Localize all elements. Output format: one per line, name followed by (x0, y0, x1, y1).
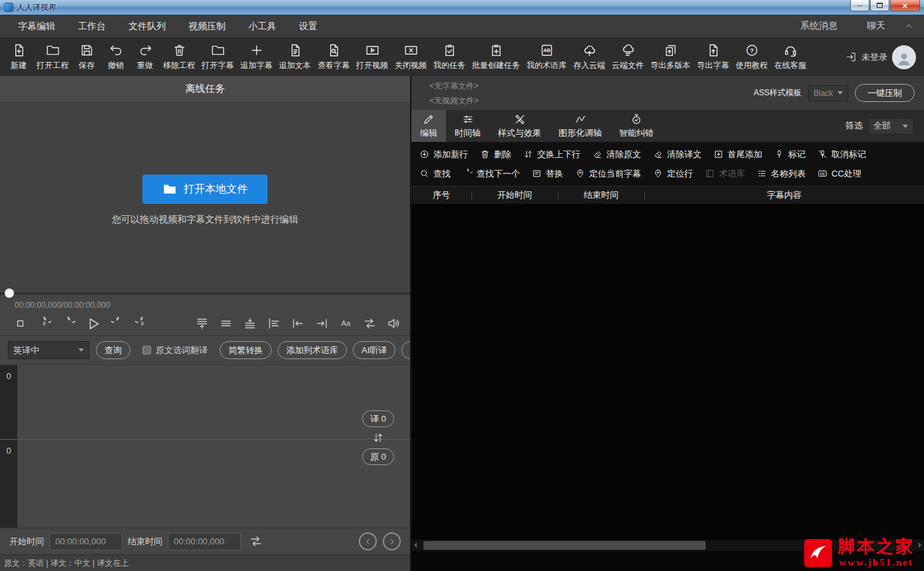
menu-item-subtitle-edit[interactable]: 字幕编辑 (7, 15, 67, 37)
toolbar-cloud-files-button[interactable]: 云端文件 (608, 39, 647, 76)
menu-item-workbench[interactable]: 工作台 (67, 15, 117, 37)
tab-style-effects[interactable]: 样式与效果 (489, 110, 550, 142)
clear-target-button[interactable]: 清除译文 (653, 149, 702, 161)
toolbar-open-video-button[interactable]: 打开视频 (353, 39, 391, 76)
tab-smart-correct[interactable]: 智能纠错 (610, 110, 662, 142)
scrollbar-thumb[interactable] (423, 541, 706, 550)
source-text-area[interactable] (17, 440, 410, 528)
locate-row-button[interactable]: 定位行 (653, 168, 693, 180)
menu-item-video-encode[interactable]: 视频压制 (177, 15, 237, 37)
toolbar-export-subtitle-button[interactable]: 导出字幕 (694, 39, 732, 76)
minimize-button[interactable]: ─ (850, 0, 869, 11)
stop-button[interactable] (13, 316, 27, 330)
termbase-button[interactable]: 术语库 (705, 168, 745, 180)
play-button[interactable] (85, 316, 101, 332)
menu-item-tools[interactable]: 小工具 (237, 15, 288, 37)
toolbar-undo-button[interactable]: 撤销 (101, 39, 130, 76)
filter-select[interactable]: 全部 (868, 118, 913, 135)
rewind-3s-button[interactable] (37, 316, 51, 330)
replay-button[interactable] (61, 316, 75, 330)
find-next-button[interactable]: 查找下一个 (463, 168, 520, 180)
subtitle-align-top-button[interactable] (195, 316, 209, 330)
menu-item-settings[interactable]: 设置 (288, 15, 329, 37)
column-header-content[interactable]: 字幕内容 (644, 187, 924, 204)
toolbar-new-button[interactable]: 新建 (4, 39, 33, 76)
volume-button[interactable] (387, 316, 401, 330)
clear-source-button[interactable]: 清除原文 (592, 149, 641, 161)
ai-transcribe-button[interactable]: AI听译 (353, 341, 395, 359)
collapse-toolbar-button[interactable] (900, 21, 917, 31)
end-time-input[interactable] (168, 533, 241, 550)
file-drop-area[interactable]: 打开本地文件 您可以拖动视频和字幕文件到软件中进行编辑 (0, 103, 410, 288)
align-left-button[interactable] (267, 316, 281, 330)
tab-graph-adjust[interactable]: 图形化调轴 (550, 110, 610, 142)
tab-timeline[interactable]: 时间轴 (446, 110, 489, 142)
subtitle-table-body[interactable] (411, 205, 924, 540)
mark-button[interactable]: 标记 (774, 149, 806, 161)
slider-handle[interactable] (5, 288, 14, 298)
toolbar-my-termbase-button[interactable]: 我的术语库 (523, 39, 570, 76)
login-area[interactable]: 未登录 (836, 45, 920, 69)
toolbar-view-subtitle-button[interactable]: 查看字幕 (314, 39, 353, 76)
translation-count-button[interactable]: 译 0 (362, 410, 394, 427)
simplified-traditional-button[interactable]: 简繁转换 (220, 341, 272, 359)
swap-layout-button[interactable] (363, 316, 377, 330)
slider-track[interactable] (0, 292, 410, 294)
add-to-termbase-button[interactable]: 添加到术语库 (278, 341, 347, 359)
query-button[interactable]: 查询 (96, 341, 130, 359)
toolbar-append-text-button[interactable]: 追加文本 (276, 39, 314, 76)
toolbar-open-subtitle-button[interactable]: 打开字幕 (198, 39, 237, 76)
close-button[interactable]: × (890, 0, 920, 11)
toolbar-online-support-button[interactable]: 在线客服 (771, 39, 809, 76)
titlebar[interactable]: 人人译视界 ─ × (0, 0, 924, 15)
language-pair-select[interactable]: 英译中 (8, 341, 89, 359)
column-header-start-time[interactable]: 开始时间 (471, 187, 558, 204)
swap-times-icon[interactable] (249, 534, 263, 548)
name-list-button[interactable]: 名称列表 (757, 168, 806, 180)
timeline-slider[interactable] (0, 288, 410, 298)
start-time-input[interactable] (49, 533, 122, 550)
add-head-tail-button[interactable]: 首尾添加 (714, 149, 762, 161)
toolbar-save-to-cloud-button[interactable]: 存入云端 (570, 39, 608, 76)
open-local-file-button[interactable]: 打开本地文件 (142, 175, 268, 204)
source-count-button[interactable]: 原 0 (362, 448, 394, 465)
toolbar-close-video-button[interactable]: 关闭视频 (391, 39, 430, 76)
forward-3s-button[interactable] (135, 316, 149, 330)
find-button[interactable]: 查找 (419, 168, 451, 180)
translation-text-area[interactable] (17, 365, 410, 439)
previous-subtitle-button[interactable] (359, 532, 377, 550)
chat-link[interactable]: 聊天 (852, 20, 900, 32)
font-size-button[interactable] (339, 316, 353, 330)
toolbar-export-versions-button[interactable]: 导出多版本 (647, 39, 694, 76)
tab-edit[interactable]: 编辑 (411, 110, 446, 142)
scroll-right-arrow[interactable] (919, 542, 921, 548)
toolbar-remove-project-button[interactable]: 移除工程 (160, 39, 198, 76)
scroll-left-arrow[interactable] (414, 542, 417, 548)
toolbar-tutorial-button[interactable]: 使用教程 (732, 39, 771, 76)
ass-template-select[interactable]: Black (808, 85, 848, 101)
column-header-end-time[interactable]: 结束时间 (558, 187, 644, 204)
replace-button[interactable]: 替换 (532, 168, 563, 180)
toolbar-batch-create-tasks-button[interactable]: 批量创建任务 (469, 39, 523, 76)
select-word-checkbox[interactable] (142, 346, 151, 354)
jump-to-start-button[interactable] (291, 316, 305, 330)
toolbar-open-project-button[interactable]: 打开工程 (33, 39, 72, 76)
locate-current-button[interactable]: 定位当前字幕 (575, 168, 641, 180)
machine-translate-button[interactable]: 机 (401, 341, 410, 359)
swap-source-target-icon[interactable] (372, 432, 384, 444)
maximize-button[interactable] (870, 0, 889, 11)
one-click-encode-button[interactable]: 一键压制 (855, 84, 915, 102)
subtitle-align-bottom-button[interactable] (243, 316, 257, 330)
toolbar-redo-button[interactable]: 重做 (130, 39, 160, 76)
avatar[interactable] (892, 45, 916, 69)
system-messages-link[interactable]: 系统消息 (786, 20, 852, 32)
toolbar-save-button[interactable]: 保存 (72, 39, 101, 76)
loop-button[interactable] (111, 316, 125, 330)
swap-rows-button[interactable]: 交换上下行 (523, 149, 580, 161)
delete-row-button[interactable]: 删除 (480, 149, 511, 161)
column-header-index[interactable]: 序号 (411, 187, 471, 204)
subtitle-align-middle-button[interactable] (219, 316, 233, 330)
unmark-button[interactable]: 取消标记 (817, 149, 866, 161)
next-subtitle-button[interactable] (383, 532, 401, 550)
toolbar-append-subtitle-button[interactable]: 追加字幕 (237, 39, 276, 76)
